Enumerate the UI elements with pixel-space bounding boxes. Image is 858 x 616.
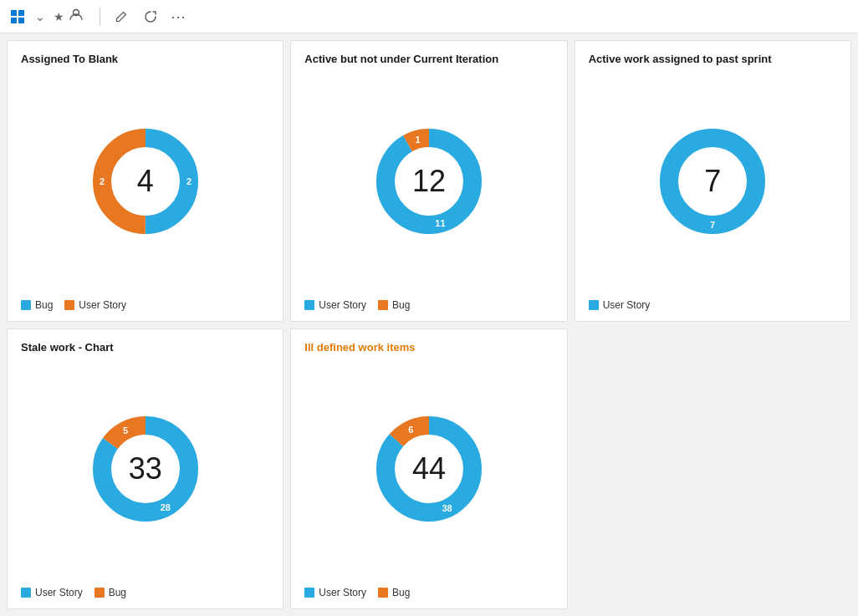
legend-color bbox=[21, 300, 31, 310]
donut-total: 44 bbox=[412, 451, 446, 486]
legend-label: User Story bbox=[603, 299, 651, 311]
chart-area[interactable]: 38644 bbox=[304, 360, 553, 579]
legend-item: Bug bbox=[378, 299, 410, 311]
card-active-past-sprint: Active work assigned to past sprint77Use… bbox=[575, 40, 851, 322]
chart-legend: BugUser Story bbox=[21, 299, 269, 311]
legend-color bbox=[589, 300, 599, 310]
legend-label: User Story bbox=[79, 299, 126, 311]
legend-item: User Story bbox=[64, 299, 126, 311]
donut-total: 12 bbox=[412, 164, 446, 199]
donut-chart[interactable]: 11112 bbox=[362, 115, 496, 248]
card-title: Stale work - Chart bbox=[21, 341, 269, 354]
legend-item: User Story bbox=[21, 587, 83, 598]
empty-cell bbox=[575, 328, 851, 610]
chart-area[interactable]: 77 bbox=[589, 72, 837, 291]
more-options-icon[interactable]: ⋯ bbox=[171, 8, 186, 26]
legend-label: Bug bbox=[392, 587, 410, 598]
svg-rect-3 bbox=[18, 18, 24, 23]
donut-chart[interactable]: 38644 bbox=[362, 402, 496, 536]
card-title: Assigned To Blank bbox=[21, 53, 269, 65]
chart-legend: User StoryBug bbox=[21, 587, 269, 598]
header: ⌄ ★ ⋯ bbox=[0, 0, 858, 33]
legend-label: Bug bbox=[109, 587, 126, 598]
legend-item: Bug bbox=[21, 299, 53, 311]
card-title: Ill defined work items bbox=[304, 341, 553, 354]
chart-legend: User StoryBug bbox=[304, 299, 553, 311]
legend-label: Bug bbox=[35, 299, 53, 311]
refresh-button[interactable] bbox=[138, 8, 167, 26]
donut-total: 7 bbox=[704, 164, 721, 199]
card-stale-work: Stale work - Chart28533User StoryBug bbox=[7, 328, 283, 610]
legend-color bbox=[304, 300, 314, 310]
card-active-not-current: Active but not under Current Iteration11… bbox=[290, 40, 567, 322]
legend-item: Bug bbox=[94, 587, 126, 598]
donut-chart[interactable]: 77 bbox=[646, 115, 779, 248]
legend-color bbox=[94, 588, 105, 598]
legend-color bbox=[378, 588, 388, 598]
separator bbox=[100, 8, 100, 26]
chart-area[interactable]: 224 bbox=[21, 72, 269, 291]
svg-rect-0 bbox=[11, 10, 17, 16]
legend-color bbox=[304, 588, 314, 598]
card-assigned-to-blank: Assigned To Blank224BugUser Story bbox=[7, 40, 283, 322]
legend-item: User Story bbox=[589, 299, 651, 311]
svg-rect-2 bbox=[11, 18, 17, 23]
chart-legend: User StoryBug bbox=[304, 587, 553, 598]
legend-item: User Story bbox=[304, 587, 366, 598]
legend-color bbox=[64, 300, 74, 310]
svg-text:38: 38 bbox=[442, 504, 452, 514]
donut-chart[interactable]: 224 bbox=[79, 115, 212, 248]
card-title: Active work assigned to past sprint bbox=[589, 53, 837, 65]
svg-rect-1 bbox=[18, 10, 24, 16]
svg-text:1: 1 bbox=[415, 135, 420, 145]
card-title: Active but not under Current Iteration bbox=[304, 53, 553, 65]
star-icon[interactable]: ★ bbox=[54, 10, 64, 23]
grid-icon bbox=[10, 9, 25, 24]
donut-total: 33 bbox=[129, 451, 162, 486]
chart-area[interactable]: 11112 bbox=[304, 72, 553, 291]
donut-chart[interactable]: 28533 bbox=[79, 402, 212, 536]
legend-label: Bug bbox=[392, 299, 410, 311]
legend-item: User Story bbox=[304, 299, 366, 311]
svg-text:5: 5 bbox=[123, 425, 128, 435]
svg-text:2: 2 bbox=[100, 176, 105, 186]
legend-label: User Story bbox=[319, 299, 366, 311]
legend-item: Bug bbox=[378, 587, 410, 598]
svg-text:28: 28 bbox=[160, 502, 170, 512]
chart-area[interactable]: 28533 bbox=[21, 360, 269, 579]
edit-button[interactable] bbox=[109, 8, 138, 26]
chart-legend: User Story bbox=[589, 299, 837, 311]
svg-text:7: 7 bbox=[710, 220, 715, 230]
person-icon[interactable] bbox=[69, 8, 83, 24]
chevron-icon[interactable]: ⌄ bbox=[35, 10, 45, 23]
svg-text:11: 11 bbox=[435, 218, 445, 228]
legend-label: User Story bbox=[35, 587, 83, 598]
legend-color bbox=[21, 588, 31, 598]
svg-text:2: 2 bbox=[186, 176, 192, 186]
donut-total: 4 bbox=[137, 164, 154, 199]
svg-text:6: 6 bbox=[408, 425, 413, 435]
legend-color bbox=[378, 300, 388, 310]
legend-label: User Story bbox=[319, 587, 366, 598]
card-ill-defined: Ill defined work items38644User StoryBug bbox=[290, 328, 567, 610]
dashboard: Assigned To Blank224BugUser StoryActive … bbox=[0, 33, 858, 616]
